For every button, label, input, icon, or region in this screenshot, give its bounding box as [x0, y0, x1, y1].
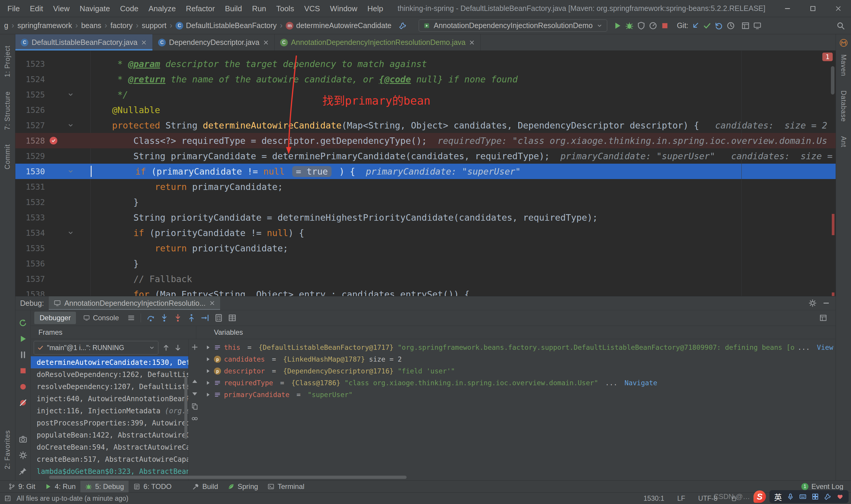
stack-frame[interactable]: inject:116, InjectionMetadata (org.sprin…	[31, 405, 188, 417]
watch-return-icon[interactable]	[191, 415, 199, 422]
run-to-cursor-button[interactable]	[201, 313, 210, 322]
tab-debugger[interactable]: Debugger	[34, 312, 76, 324]
variables-header[interactable]: Variables	[196, 326, 836, 339]
pause-button[interactable]	[19, 350, 28, 359]
line-ending[interactable]: LF	[677, 494, 685, 503]
maven-icon[interactable]	[839, 38, 848, 47]
menu-analyze[interactable]: Analyze	[143, 0, 181, 17]
variable-row[interactable]: pcandidates = {LinkedHashMap@1787} size …	[205, 353, 833, 365]
variable-row[interactable]: primaryCandidate = "superUser"	[205, 389, 833, 401]
ime-language[interactable]: 英	[774, 491, 782, 502]
menu-run[interactable]: Run	[247, 0, 271, 17]
menu-edit[interactable]: Edit	[25, 0, 48, 17]
previous-frame-icon[interactable]	[162, 344, 170, 352]
status-message[interactable]: All files are up-to-date (a minute ago)	[17, 494, 128, 503]
fold-icon[interactable]	[67, 122, 74, 129]
toolwindow-button-4run[interactable]: 4: Run	[40, 481, 80, 492]
search-icon[interactable]	[836, 21, 845, 30]
view-as-table-button[interactable]	[228, 313, 237, 322]
fold-icon[interactable]	[67, 229, 74, 236]
tab-close-icon[interactable]	[469, 39, 475, 46]
stack-frame[interactable]: createBean:517, AbstractAutowireCapable	[31, 453, 188, 465]
tab-close-icon[interactable]	[263, 39, 269, 46]
force-step-into-button[interactable]	[174, 313, 182, 322]
expand-icon[interactable]	[205, 344, 211, 350]
menu-tools[interactable]: Tools	[271, 0, 299, 17]
menu-view[interactable]: View	[48, 0, 75, 17]
error-badge[interactable]: 1	[822, 53, 833, 61]
breadcrumb-item[interactable]: g	[4, 21, 8, 30]
skin-icon[interactable]	[836, 493, 844, 501]
resume-button[interactable]	[19, 335, 28, 343]
menu-refactor[interactable]: Refactor	[181, 0, 220, 17]
stripe-item-structure[interactable]: 7: Structure	[3, 91, 12, 130]
build-wrench-icon[interactable]	[399, 22, 407, 30]
breadcrumb-item[interactable]: beans	[81, 21, 101, 30]
stripe-item-ant[interactable]: Ant	[839, 136, 848, 147]
run-button[interactable]	[613, 21, 622, 30]
step-out-button[interactable]	[187, 313, 196, 322]
layout-menu-icon[interactable]	[127, 314, 135, 322]
copy-icon[interactable]	[191, 402, 199, 410]
tab-AnnotationDependencyInjectionResolutionDemo.java[interactable]: CAnnotationDependencyInjectionResolution…	[275, 34, 481, 51]
run-with-coverage-button[interactable]	[637, 21, 646, 30]
toolwindow-button-6todo[interactable]: 6: TODO	[129, 481, 176, 492]
fold-icon[interactable]	[67, 168, 74, 175]
stack-frame[interactable]: doResolveDependency:1262, DefaultLista	[31, 368, 188, 380]
step-into-button[interactable]	[160, 313, 169, 322]
toolwindow-button-9git[interactable]: 9: Git	[3, 481, 40, 492]
rerun-debug-button[interactable]	[19, 319, 28, 327]
editor-scrollbar[interactable]	[831, 66, 834, 94]
fold-slot[interactable]	[62, 87, 79, 102]
history-button[interactable]	[726, 21, 735, 30]
stripe-item-favorites[interactable]: 2: Favorites	[3, 430, 12, 469]
menu-navigate[interactable]: Navigate	[75, 0, 115, 17]
stripe-item-database[interactable]: Database	[839, 90, 848, 122]
toolwindow-button-5debug[interactable]: 5: Debug	[80, 481, 129, 492]
breadcrumb-item[interactable]: CDefaultListableBeanFactory	[176, 21, 276, 30]
stack-frame[interactable]: populateBean:1422, AbstractAutowireCap	[31, 429, 188, 441]
expand-icon[interactable]	[205, 368, 211, 374]
toolwindow-button-spring[interactable]: Spring	[223, 481, 263, 492]
menu-help[interactable]: Help	[362, 0, 388, 17]
stack-frame[interactable]: doCreateBean:594, AbstractAutowireCapa	[31, 441, 188, 453]
frames-scrollbar[interactable]	[184, 377, 187, 439]
menu-code[interactable]: Code	[115, 0, 143, 17]
toolwindow-button-terminal[interactable]: Terminal	[263, 481, 309, 492]
pin-tab-button[interactable]	[19, 467, 28, 475]
stack-frame[interactable]: postProcessProperties:399, AutowiredAnn	[31, 417, 188, 429]
tab-DefaultListableBeanFactory.java[interactable]: CDefaultListableBeanFactory.java	[15, 34, 153, 51]
fold-slot[interactable]	[62, 225, 79, 240]
view-breakpoints-button[interactable]	[19, 382, 28, 391]
next-frame-icon[interactable]	[174, 344, 182, 352]
stripe-item-maven[interactable]: Maven	[839, 54, 848, 76]
fold-slot[interactable]	[62, 118, 79, 133]
caret-position[interactable]: 1530:1	[644, 494, 664, 503]
toolwindow-button-build[interactable]: Build	[188, 481, 223, 492]
variable-row[interactable]: requiredType = {Class@1786} "class org.x…	[205, 377, 833, 389]
add-watch-icon[interactable]	[191, 343, 199, 351]
stack-frame[interactable]: inject:640, AutowiredAnnotationBeanPost	[31, 393, 188, 405]
debug-hscrollbar[interactable]	[49, 475, 406, 479]
stack-frame[interactable]: determineAutowireCandidate:1530, Defau	[31, 356, 188, 368]
tab-close-icon[interactable]	[141, 39, 147, 46]
profiler-button[interactable]	[649, 21, 657, 30]
update-project-button[interactable]	[691, 21, 700, 30]
close-icon[interactable]	[209, 300, 215, 306]
breadcrumb-item[interactable]: mdetermineAutowireCandidate	[286, 21, 391, 30]
expand-icon[interactable]	[205, 356, 211, 362]
hide-panel-icon[interactable]	[822, 299, 830, 307]
mute-breakpoints-button[interactable]	[19, 398, 28, 407]
fold-icon[interactable]	[67, 91, 74, 98]
maximize-button[interactable]	[800, 0, 826, 17]
restore-layout-icon[interactable]	[819, 314, 827, 322]
menu-file[interactable]: File	[2, 0, 25, 17]
run-config-select[interactable]: AnnotationDependencyInjectionResolutionD…	[419, 19, 607, 32]
breadcrumb-item[interactable]: factory	[110, 21, 133, 30]
minimize-button[interactable]	[775, 0, 800, 17]
wrench-icon[interactable]	[824, 493, 832, 501]
stop-debug-button[interactable]	[19, 366, 28, 375]
tab-DependencyDescriptor.java[interactable]: CDependencyDescriptor.java	[153, 34, 275, 51]
event-log-button[interactable]: 1 Event Log	[801, 482, 848, 491]
editor[interactable]: * that match the required type, as retur…	[15, 51, 836, 296]
